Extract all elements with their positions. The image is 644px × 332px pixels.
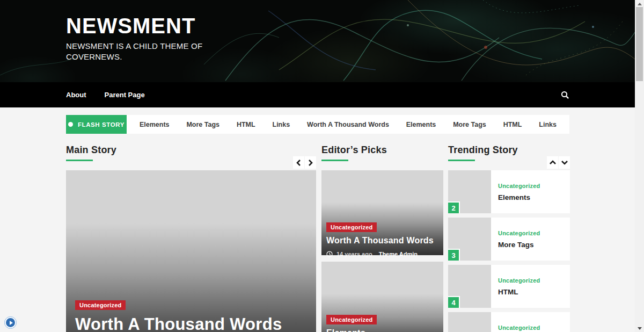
ticker-item[interactable]: Links [273, 121, 290, 128]
ticker-item[interactable]: HTML [237, 121, 255, 128]
main-nav: About Parent Page [0, 82, 635, 107]
post-title[interactable]: Worth A Thousand Words [75, 315, 307, 332]
category-link[interactable]: Uncategorized [498, 183, 563, 189]
ticker-items: Elements More Tags HTML Links Worth A Th… [127, 115, 569, 134]
category-link[interactable]: Uncategorized [498, 277, 563, 284]
rank-badge: 3 [448, 249, 460, 261]
scrollbar[interactable] [635, 0, 644, 332]
main-story-section: Main Story Uncateg [66, 145, 316, 332]
post-thumbnail: 4 [448, 265, 491, 308]
rank-badge: 2 [448, 201, 460, 213]
trending-story-section: Trending Story 2 [448, 145, 570, 332]
flash-story-label: FLASH STORY [78, 121, 125, 128]
post-time[interactable]: 14 years ago [336, 251, 372, 257]
category-link[interactable]: Uncategorized [498, 324, 563, 331]
site-header: NEWSMENT NEWSMENT IS A CHILD THEME OF CO… [0, 0, 635, 82]
post-title[interactable]: Elements [326, 328, 438, 332]
category-link[interactable]: Uncategorized [498, 230, 563, 236]
ticker-item[interactable]: Worth A Thousand Words [307, 121, 389, 128]
main-story-card[interactable]: Uncategorized Worth A Thousand Words 14 … [66, 170, 316, 332]
post-thumbnail: 3 [448, 218, 491, 261]
trending-up-button[interactable] [547, 156, 558, 169]
main-story-heading: Main Story [66, 145, 316, 156]
clock-icon [326, 251, 333, 257]
search-icon[interactable] [561, 91, 569, 99]
category-badge[interactable]: Uncategorized [326, 222, 377, 232]
heading-underline [66, 160, 93, 161]
nav-item-about[interactable]: About [66, 91, 86, 99]
post-author[interactable]: Theme Admin [379, 251, 418, 257]
heading-underline [321, 160, 348, 161]
carousel-prev-button[interactable] [293, 156, 304, 169]
flash-story-ticker: FLASH STORY Elements More Tags HTML Link… [66, 115, 569, 134]
post-title[interactable]: HTML [498, 288, 563, 296]
trending-item[interactable]: 4 Uncategorized HTML [448, 265, 570, 308]
trending-item[interactable]: 3 Uncategorized More Tags [448, 218, 570, 261]
nav-item-parent-page[interactable]: Parent Page [105, 91, 145, 99]
post-title[interactable]: More Tags [498, 241, 563, 249]
play-icon [6, 318, 15, 327]
site-title[interactable]: NEWSMENT [66, 15, 635, 37]
editors-picks-heading: Editor’s Picks [321, 145, 443, 156]
category-badge[interactable]: Uncategorized [75, 300, 126, 310]
post-thumbnail: 2 [448, 170, 491, 213]
trending-item[interactable]: 2 Uncategorized Elements [448, 170, 570, 213]
ticker-item[interactable]: Elements [406, 121, 436, 128]
category-badge[interactable]: Uncategorized [326, 315, 377, 324]
post-title[interactable]: Worth A Thousand Words [326, 236, 438, 246]
trending-story-heading: Trending Story [448, 145, 570, 156]
post-thumbnail [448, 312, 491, 332]
page-viewport: NEWSMENT NEWSMENT IS A CHILD THEME OF CO… [0, 0, 635, 332]
flash-story-badge[interactable]: FLASH STORY [66, 115, 127, 134]
ticker-item[interactable]: HTML [503, 121, 522, 128]
site-tagline: NEWSMENT IS A CHILD THEME OF COVERNEWS. [66, 41, 203, 62]
play-button[interactable] [4, 316, 17, 329]
editors-pick-card[interactable]: Uncategorized Elements 14 years ago Them… [321, 262, 443, 332]
carousel-next-button[interactable] [305, 156, 316, 169]
editors-picks-section: Editor’s Picks Uncategorized Worth A Tho… [321, 145, 443, 332]
scrollbar-down-arrow[interactable] [635, 324, 644, 332]
editors-pick-card[interactable]: Uncategorized Worth A Thousand Words 14 … [321, 170, 443, 255]
trending-item[interactable]: Uncategorized Links [448, 312, 570, 332]
scrollbar-up-arrow[interactable] [635, 0, 644, 8]
ticker-item[interactable]: More Tags [186, 121, 219, 128]
scrollbar-thumb[interactable] [636, 7, 643, 81]
ticker-item[interactable]: More Tags [453, 121, 486, 128]
rank-badge: 4 [448, 296, 460, 308]
ticker-item[interactable]: Links [539, 121, 557, 128]
post-title[interactable]: Elements [498, 193, 563, 201]
ticker-dot-icon [68, 122, 73, 127]
trending-down-button[interactable] [559, 156, 570, 169]
heading-underline [448, 160, 475, 161]
ticker-item[interactable]: Elements [140, 121, 170, 128]
